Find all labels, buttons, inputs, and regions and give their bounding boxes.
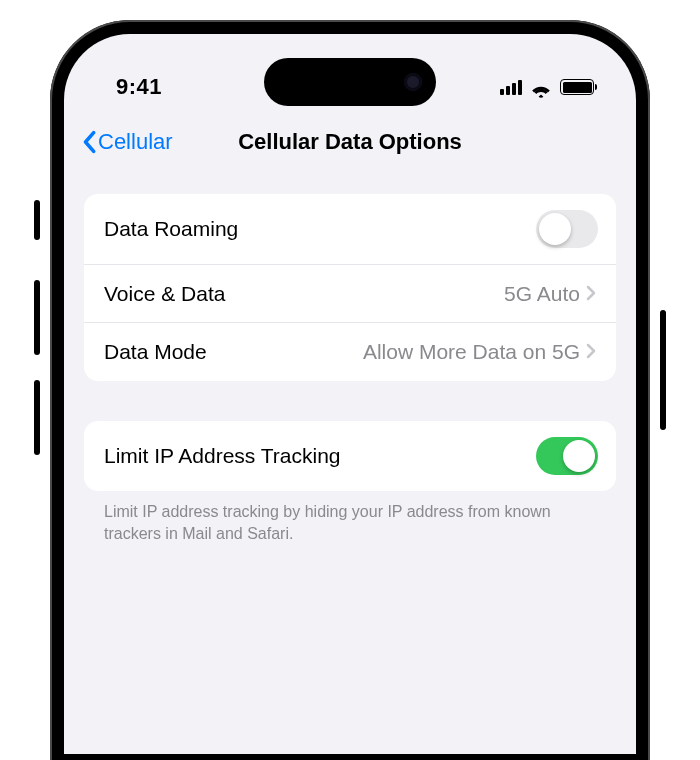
data-roaming-label: Data Roaming	[104, 217, 238, 241]
front-camera	[404, 73, 422, 91]
chevron-right-icon	[586, 343, 598, 361]
side-button-silent	[34, 200, 40, 240]
voice-data-value: 5G Auto	[504, 282, 580, 306]
phone-frame: 9:41 Cel	[40, 20, 660, 760]
voice-data-row[interactable]: Voice & Data 5G Auto	[84, 265, 616, 323]
data-roaming-toggle[interactable]	[536, 210, 598, 248]
data-mode-label: Data Mode	[104, 340, 207, 364]
back-button[interactable]: Cellular	[74, 128, 173, 156]
dynamic-island	[264, 58, 436, 106]
navigation-bar: Cellular Cellular Data Options	[64, 110, 636, 170]
data-roaming-row[interactable]: Data Roaming	[84, 194, 616, 265]
limit-ip-label: Limit IP Address Tracking	[104, 444, 341, 468]
settings-group-main: Data Roaming Voice & Data 5G Auto	[84, 194, 616, 381]
limit-ip-footer: Limit IP address tracking by hiding your…	[84, 491, 616, 544]
screen: 9:41 Cel	[64, 34, 636, 754]
back-button-label: Cellular	[98, 129, 173, 155]
cellular-signal-icon	[500, 79, 522, 95]
status-time: 9:41	[116, 74, 162, 100]
side-button-power	[660, 310, 666, 430]
data-mode-value: Allow More Data on 5G	[363, 340, 580, 364]
chevron-right-icon	[586, 285, 598, 303]
side-button-volume-up	[34, 280, 40, 355]
wifi-icon	[530, 79, 552, 95]
chevron-left-icon	[80, 128, 98, 156]
side-button-volume-down	[34, 380, 40, 455]
limit-ip-row[interactable]: Limit IP Address Tracking	[84, 421, 616, 491]
limit-ip-toggle[interactable]	[536, 437, 598, 475]
battery-icon	[560, 79, 594, 95]
data-mode-row[interactable]: Data Mode Allow More Data on 5G	[84, 323, 616, 381]
settings-group-privacy: Limit IP Address Tracking	[84, 421, 616, 491]
voice-data-label: Voice & Data	[104, 282, 225, 306]
